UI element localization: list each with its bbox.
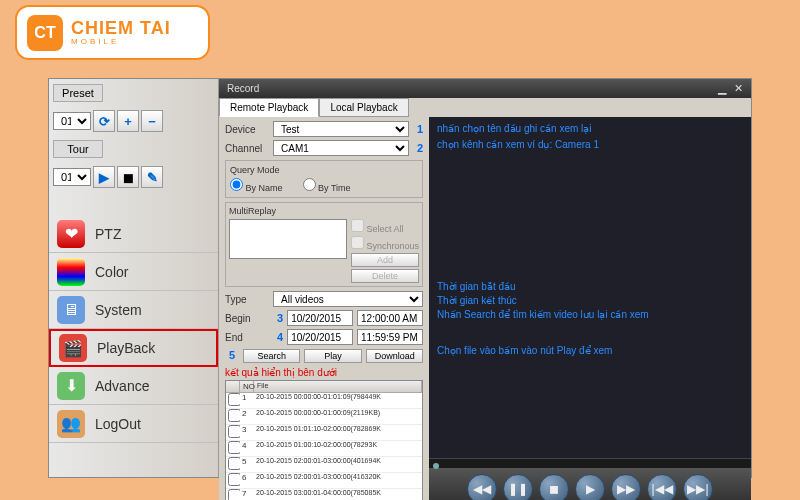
- stop-button[interactable]: ◼: [539, 474, 569, 500]
- query-mode-box: Query Mode By Name By Time: [225, 160, 423, 198]
- search-button[interactable]: Search: [243, 349, 300, 363]
- download-button[interactable]: Download: [366, 349, 423, 363]
- annotation: chọn kênh cần xem ví dụ: Camera 1: [437, 139, 599, 150]
- record-title: Record: [227, 83, 259, 94]
- minimize-icon[interactable]: ▁: [718, 82, 726, 95]
- sidebar-item-label: Color: [95, 264, 128, 280]
- logo-sub: MOBILE: [71, 37, 171, 46]
- sidebar-item-logout[interactable]: 👥 LogOut: [49, 405, 218, 443]
- callout-3: 3: [277, 312, 283, 324]
- synchronous-check[interactable]: Synchronous: [351, 236, 419, 251]
- table-row[interactable]: 520-10-2015 02:00:01-03:00:00(401694K: [226, 457, 422, 473]
- refresh-icon[interactable]: ⟳: [93, 110, 115, 132]
- playback-tabs: Remote Playback Local Playback: [219, 98, 751, 117]
- tour-select[interactable]: 01: [53, 168, 91, 186]
- play-control-button[interactable]: ▶: [575, 474, 605, 500]
- table-row[interactable]: 320-10-2015 01:01:10-02:00:00(782869K: [226, 425, 422, 441]
- end-date-input[interactable]: [287, 329, 353, 345]
- callout-5: 5: [229, 349, 239, 363]
- plus-icon[interactable]: +: [117, 110, 139, 132]
- annotation: Thời gian bắt đầu: [437, 281, 516, 292]
- type-label: Type: [225, 294, 269, 305]
- annotation: nhấn chọn tên đầu ghi cần xem lại: [437, 123, 592, 134]
- table-row[interactable]: 720-10-2015 03:00:01-04:00:00(785085K: [226, 489, 422, 500]
- brand-logo: CT CHIEM TAI MOBILE: [15, 5, 210, 60]
- heart-icon: ❤: [57, 220, 85, 248]
- play-button[interactable]: Play: [304, 349, 361, 363]
- preset-select[interactable]: 01: [53, 112, 91, 130]
- preset-label: Preset: [53, 84, 103, 102]
- begin-date-input[interactable]: [287, 310, 353, 326]
- sidebar-menu: ❤ PTZ Color 🖥 System 🎬 PlayBack ⬇ Advanc…: [49, 215, 218, 443]
- sidebar-item-system[interactable]: 🖥 System: [49, 291, 218, 329]
- begin-label: Begin: [225, 313, 269, 324]
- radio-by-name[interactable]: By Name: [230, 178, 283, 193]
- table-row[interactable]: 120-10-2015 00:00:00-01:01:09(798449K: [226, 393, 422, 409]
- channel-select[interactable]: CAM1: [273, 140, 409, 156]
- play-icon[interactable]: ▶: [93, 166, 115, 188]
- table-row[interactable]: 220-10-2015 00:00:00-01:00:09(2119KB): [226, 409, 422, 425]
- end-label: End: [225, 332, 269, 343]
- arrow-down-icon: ⬇: [57, 372, 85, 400]
- forward-button[interactable]: ▶▶: [611, 474, 641, 500]
- callout-1: 1: [417, 123, 423, 135]
- query-mode-title: Query Mode: [230, 165, 418, 175]
- tab-local-playback[interactable]: Local Playback: [319, 98, 408, 117]
- sidebar-item-label: LogOut: [95, 416, 141, 432]
- sidebar-item-advance[interactable]: ⬇ Advance: [49, 367, 218, 405]
- col-check: [226, 381, 240, 392]
- sidebar-item-color[interactable]: Color: [49, 253, 218, 291]
- video-panel: nhấn chọn tên đầu ghi cần xem lại chọn k…: [429, 117, 751, 500]
- device-label: Device: [225, 124, 269, 135]
- multireplay-box: MultiReplay Select All Synchronous Add D…: [225, 202, 423, 287]
- main-panel: Record ▁ ✕ Remote Playback Local Playbac…: [219, 79, 751, 477]
- channel-label: Channel: [225, 143, 269, 154]
- sidebar-item-label: System: [95, 302, 142, 318]
- sidebar-item-label: PTZ: [95, 226, 121, 242]
- tab-remote-playback[interactable]: Remote Playback: [219, 98, 319, 117]
- annotation: Chọn file vào bấm vào nút Play để xem: [437, 345, 612, 356]
- close-icon[interactable]: ✕: [734, 82, 743, 95]
- end-time-input[interactable]: [357, 329, 423, 345]
- player-controls: ◀◀ ❚❚ ◼ ▶ ▶▶ |◀◀ ▶▶|: [429, 468, 751, 500]
- sidebar: Preset 01 ⟳ + − Tour 01 ▶ ◼ ✎ ❤ PTZ Colo…: [49, 79, 219, 477]
- table-row[interactable]: 420-10-2015 01:00:10-02:00:00(78293K: [226, 441, 422, 457]
- radio-by-time[interactable]: By Time: [303, 178, 351, 193]
- col-file: File: [254, 381, 422, 392]
- table-row[interactable]: 620-10-2015 02:00:01-03:00:00(416320K: [226, 473, 422, 489]
- minus-icon[interactable]: −: [141, 110, 163, 132]
- clapper-icon: 🎬: [59, 334, 87, 362]
- callout-4: 4: [277, 331, 283, 343]
- video-area[interactable]: nhấn chọn tên đầu ghi cần xem lại chọn k…: [429, 117, 751, 468]
- multireplay-list[interactable]: [229, 219, 347, 259]
- sidebar-item-label: PlayBack: [97, 340, 155, 356]
- logo-name: CHIEM TAI: [71, 19, 171, 37]
- logo-badge: CT: [27, 15, 63, 51]
- add-button[interactable]: Add: [351, 253, 419, 267]
- edit-icon[interactable]: ✎: [141, 166, 163, 188]
- result-caption: kết quả hiển thị bên dưới: [225, 367, 423, 378]
- pause-button[interactable]: ❚❚: [503, 474, 533, 500]
- sidebar-item-ptz[interactable]: ❤ PTZ: [49, 215, 218, 253]
- search-form: Device Test 1 Channel CAM1 2 Query Mode …: [219, 117, 429, 500]
- rewind-button[interactable]: ◀◀: [467, 474, 497, 500]
- annotation: Nhấn Search để tìm kiếm video lưu lại cầ…: [437, 309, 649, 320]
- app-window: Preset 01 ⟳ + − Tour 01 ▶ ◼ ✎ ❤ PTZ Colo…: [48, 78, 752, 478]
- device-select[interactable]: Test: [273, 121, 409, 137]
- delete-button[interactable]: Delete: [351, 269, 419, 283]
- skip-fwd-button[interactable]: ▶▶|: [683, 474, 713, 500]
- begin-time-input[interactable]: [357, 310, 423, 326]
- skip-back-button[interactable]: |◀◀: [647, 474, 677, 500]
- select-all-check[interactable]: Select All: [351, 219, 419, 234]
- col-no: NO: [240, 381, 254, 392]
- record-titlebar: Record ▁ ✕: [219, 79, 751, 98]
- multireplay-title: MultiReplay: [229, 206, 419, 216]
- type-select[interactable]: All videos: [273, 291, 423, 307]
- progress-bar[interactable]: [429, 458, 751, 468]
- callout-2: 2: [417, 142, 423, 154]
- monitor-icon: 🖥: [57, 296, 85, 324]
- users-icon: 👥: [57, 410, 85, 438]
- sidebar-item-playback[interactable]: 🎬 PlayBack: [49, 329, 218, 367]
- stop-icon[interactable]: ◼: [117, 166, 139, 188]
- annotation: Thời gian kết thúc: [437, 295, 517, 306]
